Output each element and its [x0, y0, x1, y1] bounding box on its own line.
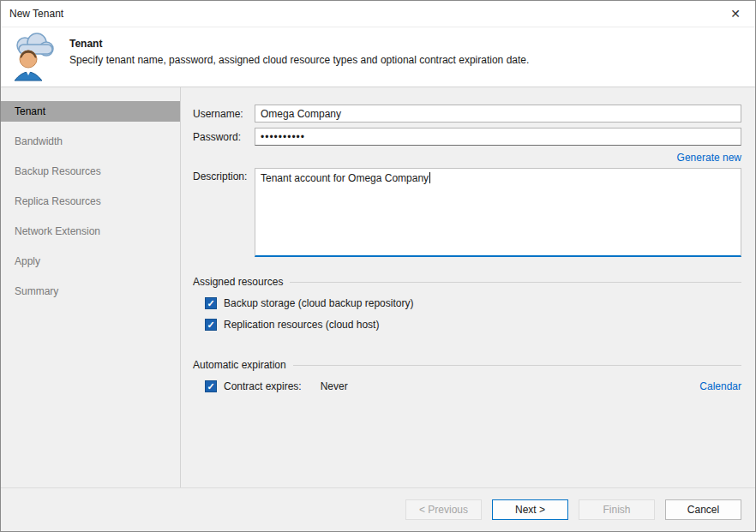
check-icon: ✓ — [207, 299, 214, 308]
description-input[interactable]: Tenant account for Omega Company — [255, 168, 741, 257]
description-label: Description: — [193, 168, 255, 182]
next-button[interactable]: Next > — [492, 499, 568, 520]
cancel-button[interactable]: Cancel — [665, 499, 741, 520]
tenant-step-content: Username: Password: Generate new Descrip… — [181, 87, 755, 487]
sidebar-item-replica-resources[interactable]: Replica Resources — [1, 191, 180, 212]
check-icon: ✓ — [207, 320, 214, 330]
wizard-body: Tenant Bandwidth Backup Resources Replic… — [1, 87, 755, 487]
password-row: Password: — [193, 128, 741, 146]
section-divider — [293, 365, 741, 366]
close-icon[interactable]: ✕ — [726, 4, 745, 23]
title-bar: New Tenant ✕ — [1, 1, 755, 27]
automatic-expiration-title: Automatic expiration — [193, 359, 286, 371]
wizard-header: Tenant Specify tenant name, password, as… — [1, 27, 755, 87]
text-caret — [429, 172, 430, 183]
sidebar-item-network-extension[interactable]: Network Extension — [1, 221, 180, 242]
contract-expires-row: ✓ Contract expires: Never Calendar — [193, 380, 741, 392]
finish-button: Finish — [579, 499, 655, 520]
tenant-cloud-person-icon — [8, 33, 57, 84]
window-title: New Tenant — [9, 8, 726, 20]
replication-resources-row: ✓ Replication resources (cloud host) — [193, 319, 741, 331]
assigned-resources-title: Assigned resources — [193, 276, 283, 288]
backup-storage-checkbox[interactable]: ✓ — [205, 297, 217, 309]
step-title: Tenant — [69, 38, 529, 50]
backup-storage-label: Backup storage (cloud backup repository) — [224, 297, 413, 309]
sidebar-item-summary[interactable]: Summary — [1, 281, 180, 302]
sidebar-item-backup-resources[interactable]: Backup Resources — [1, 161, 180, 182]
calendar-link[interactable]: Calendar — [699, 380, 741, 392]
step-subtitle: Specify tenant name, password, assigned … — [69, 54, 529, 66]
section-divider — [290, 282, 741, 283]
description-text: Tenant account for Omega Company — [261, 172, 429, 184]
username-label: Username: — [193, 108, 255, 120]
contract-expires-value: Never — [321, 380, 348, 392]
automatic-expiration-section-header: Automatic expiration — [193, 359, 741, 371]
username-row: Username: — [193, 105, 741, 123]
previous-button: < Previous — [405, 499, 482, 520]
sidebar-item-bandwidth[interactable]: Bandwidth — [1, 131, 180, 152]
replication-resources-checkbox[interactable]: ✓ — [205, 319, 217, 331]
check-icon: ✓ — [207, 382, 214, 392]
sidebar-item-tenant[interactable]: Tenant — [1, 101, 180, 122]
backup-storage-row: ✓ Backup storage (cloud backup repositor… — [193, 297, 741, 309]
new-tenant-window: New Tenant ✕ Tenant Specify tenant name,… — [0, 0, 756, 532]
assigned-resources-section-header: Assigned resources — [193, 276, 741, 288]
description-row: Description: Tenant account for Omega Co… — [193, 168, 741, 257]
wizard-footer: < Previous Next > Finish Cancel — [1, 487, 755, 531]
password-input[interactable] — [255, 128, 741, 146]
generate-new-row: Generate new — [193, 152, 741, 164]
replication-resources-label: Replication resources (cloud host) — [224, 319, 379, 331]
contract-expires-checkbox[interactable]: ✓ — [205, 380, 217, 392]
wizard-steps-sidebar: Tenant Bandwidth Backup Resources Replic… — [1, 87, 181, 487]
password-label: Password: — [193, 131, 255, 143]
sidebar-item-apply[interactable]: Apply — [1, 251, 180, 272]
generate-new-link[interactable]: Generate new — [677, 152, 741, 164]
contract-expires-label: Contract expires: — [224, 380, 302, 392]
username-input[interactable] — [255, 105, 741, 123]
